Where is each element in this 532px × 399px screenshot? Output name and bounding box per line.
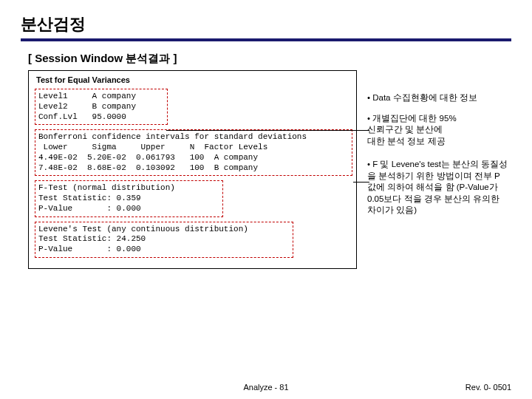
- block-levene: Levene's Test (any continuous distributi…: [35, 222, 293, 258]
- footer-center: Analyze - 81: [243, 383, 288, 392]
- content-row: Test for Equal Variances Level1 A compan…: [28, 70, 511, 269]
- note-group-ci: • 개별집단에 대한 95% 신뢰구간 및 분산에 대한 분석 정보 제공: [367, 113, 511, 148]
- notes-column: • Data 수집현황에 대한 정보 • 개별집단에 대한 95% 신뢰구간 및…: [363, 70, 511, 269]
- footer-right: Rev. 0- 0501: [466, 383, 511, 392]
- title-rule: [21, 38, 511, 41]
- connector-1: [166, 130, 369, 131]
- block-ftest: F-Test (normal distribution) Test Statis…: [35, 180, 223, 216]
- block-bonferroni: Bonferroni confidence intervals for stan…: [35, 129, 352, 176]
- page-title: 분산검정: [21, 13, 511, 35]
- session-heading: Test for Equal Variances: [36, 75, 350, 84]
- footer: Analyze - 81 Rev. 0- 0501: [0, 383, 532, 392]
- connector-2: [353, 182, 369, 183]
- session-window-box: Test for Equal Variances Level1 A compan…: [28, 70, 357, 269]
- note-test-explain: • F 및 Levene's test는 분산의 동질성을 분석하기 위한 방법…: [367, 159, 511, 216]
- subheader: [ Session Window 분석결과 ]: [28, 52, 511, 66]
- note-data-info: • Data 수집현황에 대한 정보: [367, 92, 511, 104]
- block-levels: Level1 A company Level2 B company Conf.L…: [35, 89, 168, 125]
